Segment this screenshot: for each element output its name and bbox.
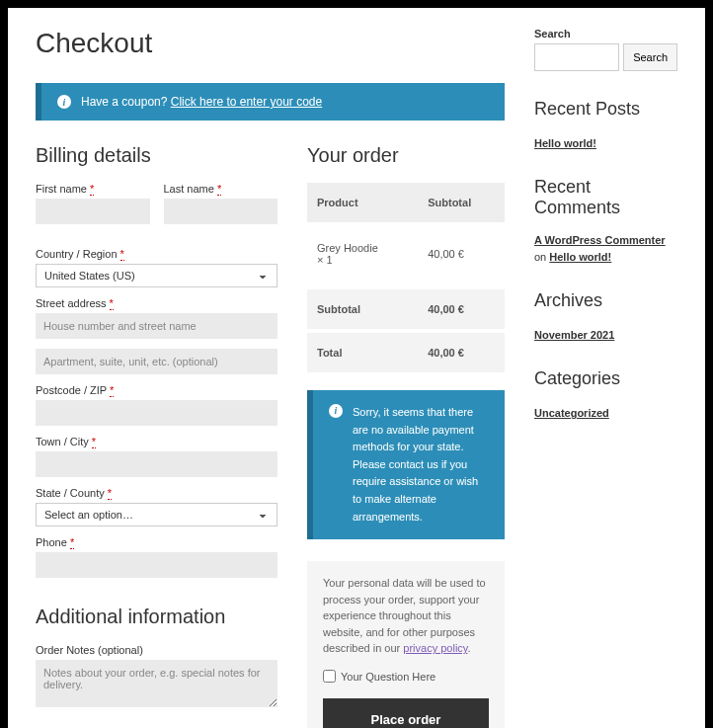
table-row: Grey Hoodie× 1 40,00 € (307, 222, 505, 287)
item-name: Grey Hoodie (317, 242, 378, 254)
billing-heading: Billing details (36, 144, 277, 167)
search-button[interactable]: Search (623, 43, 677, 71)
privacy-link[interactable]: privacy policy (403, 642, 467, 654)
country-select[interactable]: United States (US) (36, 264, 277, 287)
last-name-input[interactable] (164, 199, 278, 224)
phone-input[interactable] (36, 552, 277, 578)
recent-post-link[interactable]: Hello world! (534, 137, 596, 149)
recent-posts-heading: Recent Posts (534, 99, 677, 120)
subtotal-header: Subtotal (418, 183, 505, 222)
archive-link[interactable]: November 2021 (534, 329, 614, 341)
product-header: Product (307, 183, 418, 222)
search-input[interactable] (534, 43, 619, 71)
phone-label: Phone * (36, 536, 277, 548)
postcode-input[interactable] (36, 400, 277, 426)
info-icon: i (329, 404, 343, 418)
page-title: Checkout (36, 28, 505, 59)
subtotal-label: Subtotal (307, 287, 418, 331)
category-link[interactable]: Uncategorized (534, 407, 609, 419)
street2-input[interactable] (36, 349, 277, 374)
town-input[interactable] (36, 451, 277, 477)
order-table: Product Subtotal Grey Hoodie× 1 40,00 € … (307, 183, 505, 372)
categories-heading: Categories (534, 368, 677, 389)
no-payment-text: Sorry, it seems that there are no availa… (353, 404, 489, 526)
item-qty: × 1 (317, 254, 333, 266)
order-heading: Your order (307, 144, 505, 167)
on-text: on (534, 251, 549, 263)
last-name-label: Last name * (164, 183, 278, 195)
notes-input[interactable] (36, 660, 277, 707)
item-total: 40,00 € (418, 222, 505, 287)
coupon-prompt: Have a coupon? (81, 95, 167, 109)
info-icon: i (57, 95, 71, 109)
total-value: 40,00 € (418, 331, 505, 372)
additional-heading: Additional information (36, 606, 277, 628)
payment-notice: i Sorry, it seems that there are no avai… (307, 390, 505, 539)
comment-post-link[interactable]: Hello world! (549, 251, 611, 263)
street-input[interactable] (36, 313, 277, 339)
question-label: Your Question Here (341, 669, 436, 686)
privacy-box: Your personal data will be used to proce… (307, 561, 505, 728)
question-checkbox[interactable] (323, 670, 336, 683)
archives-heading: Archives (534, 290, 677, 311)
coupon-link[interactable]: Click here to enter your code (171, 95, 322, 109)
country-label: Country / Region * (36, 248, 277, 260)
search-label: Search (534, 28, 677, 40)
recent-comments-heading: Recent Comments (534, 177, 677, 218)
subtotal-value: 40,00 € (418, 287, 505, 331)
town-label: Town / City * (36, 436, 277, 447)
place-order-button[interactable]: Place order (323, 698, 489, 728)
first-name-label: First name * (36, 183, 150, 195)
postcode-label: Postcode / ZIP * (36, 384, 277, 396)
first-name-input[interactable] (36, 199, 150, 224)
coupon-banner: i Have a coupon? Click here to enter you… (36, 83, 505, 121)
commenter-link[interactable]: A WordPress Commenter (534, 234, 666, 246)
state-label: State / County * (36, 487, 277, 499)
total-label: Total (307, 331, 418, 372)
notes-label: Order Notes (optional) (36, 644, 277, 656)
street-label: Street address * (36, 297, 277, 309)
state-select[interactable]: Select an option… (36, 503, 277, 526)
